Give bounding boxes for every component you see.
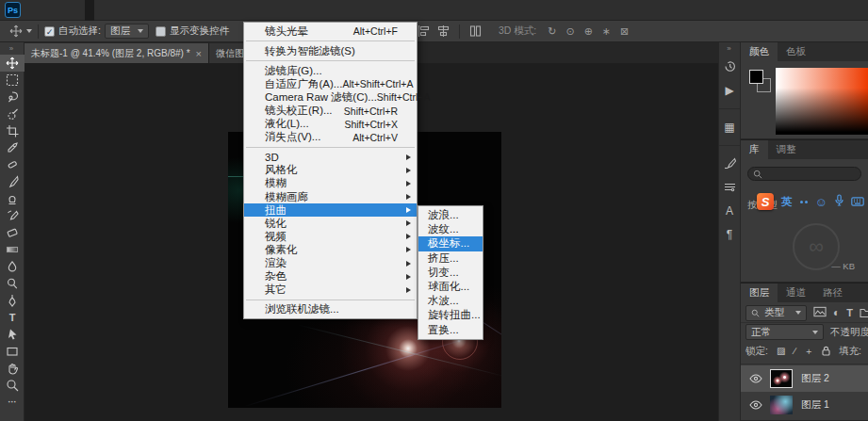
- eyedropper-tool[interactable]: [0, 139, 25, 156]
- submenu-item[interactable]: 球面化...: [418, 280, 483, 294]
- filter-type-icon[interactable]: T: [846, 307, 853, 318]
- lasso-tool[interactable]: [0, 89, 25, 105]
- library-search-box[interactable]: [747, 167, 861, 181]
- 3d-roll-icon[interactable]: ⊙: [565, 25, 574, 38]
- submenu-item[interactable]: 极坐标...: [418, 236, 483, 251]
- 3d-rotate-icon[interactable]: ↻: [548, 25, 556, 38]
- library-search-input[interactable]: [766, 169, 856, 179]
- menubar-item[interactable]: [66, 0, 75, 21]
- brush-tool[interactable]: [0, 173, 25, 190]
- lock-all-icon[interactable]: [822, 346, 830, 358]
- menu-item[interactable]: 转换为智能滤镜(S): [244, 44, 417, 57]
- menubar-item[interactable]: [104, 0, 113, 21]
- menu-item[interactable]: 像素化: [244, 243, 417, 256]
- visibility-eye-icon[interactable]: [749, 374, 762, 383]
- menu-item[interactable]: 模糊: [244, 177, 417, 190]
- tab-layers[interactable]: 图层: [741, 283, 778, 302]
- submenu-item[interactable]: 置换...: [418, 323, 483, 337]
- tab-color[interactable]: 颜色: [741, 42, 778, 61]
- ime-english-mode[interactable]: 英: [781, 195, 793, 209]
- submenu-item[interactable]: 挤压...: [418, 251, 483, 266]
- submenu-item[interactable]: 切变...: [418, 266, 483, 280]
- document-tab-active[interactable]: 未标题-1 @ 41.4% (图层 2, RGB/8#) * ×: [25, 43, 209, 63]
- menu-item[interactable]: 风格化: [244, 164, 417, 177]
- tab-close-icon[interactable]: ×: [196, 48, 202, 59]
- marquee-tool[interactable]: [0, 72, 25, 89]
- menubar-item[interactable]: [113, 0, 123, 21]
- crop-tool[interactable]: [0, 122, 25, 139]
- layer-row-layer1[interactable]: 图层 1: [741, 392, 868, 418]
- foreground-color-swatch[interactable]: [749, 70, 763, 84]
- pen-tool[interactable]: [0, 292, 25, 309]
- menubar-item[interactable]: [38, 0, 47, 21]
- zoom-tool[interactable]: [0, 377, 25, 394]
- menubar-item[interactable]: [85, 0, 94, 21]
- ime-keyboard-icon[interactable]: [851, 193, 864, 210]
- dodge-tool[interactable]: [0, 275, 25, 292]
- menubar-item[interactable]: [75, 0, 85, 21]
- 3d-scale-icon[interactable]: ⊠: [620, 25, 629, 38]
- menu-item[interactable]: 镜头光晕 Alt+Ctrl+F: [244, 24, 417, 38]
- paragraph-panel-icon[interactable]: ¶: [719, 222, 740, 246]
- kind-filter-dropdown[interactable]: 类型: [745, 305, 807, 321]
- clone-source-panel-icon[interactable]: ▦: [719, 115, 740, 138]
- menu-item[interactable]: 自适应广角(A)... Alt+Shift+Ctrl+A: [244, 77, 417, 90]
- auto-select-checkbox[interactable]: ✓: [44, 26, 55, 37]
- menubar-item[interactable]: [123, 0, 132, 21]
- move-tool[interactable]: [0, 55, 25, 72]
- layer-row-layer2[interactable]: 图层 2: [741, 365, 868, 392]
- actions-panel-icon[interactable]: ▶: [719, 78, 740, 102]
- tool-options-caret-icon[interactable]: [26, 29, 32, 33]
- history-panel-icon[interactable]: [719, 55, 740, 78]
- menubar-item[interactable]: [94, 0, 104, 21]
- menubar-item[interactable]: [47, 0, 57, 21]
- hand-tool[interactable]: [0, 360, 25, 377]
- layer-thumbnail[interactable]: [770, 369, 793, 388]
- menu-item[interactable]: 锐化: [244, 217, 417, 230]
- type-tool[interactable]: T: [0, 309, 25, 326]
- menu-item[interactable]: Camera Raw 滤镜(C)... Shift+Ctrl+A: [244, 90, 417, 104]
- character-panel-icon[interactable]: A: [719, 199, 740, 222]
- menu-item[interactable]: 3D: [244, 151, 417, 164]
- menubar-item[interactable]: [28, 0, 38, 21]
- menu-item[interactable]: 扭曲: [244, 203, 417, 217]
- submenu-item[interactable]: 波纹...: [418, 222, 483, 236]
- lock-paint-icon[interactable]: ∕: [794, 347, 795, 356]
- submenu-item[interactable]: 水波...: [418, 294, 483, 308]
- menu-item[interactable]: 镜头校正(R)... Shift+Ctrl+R: [244, 104, 417, 117]
- tab-swatches[interactable]: 色板: [778, 42, 814, 61]
- blur-tool[interactable]: [0, 258, 25, 275]
- menu-item[interactable]: 杂色: [244, 270, 417, 283]
- path-select-tool[interactable]: [0, 326, 25, 343]
- align-left-icon[interactable]: [418, 25, 430, 37]
- blend-mode-dropdown[interactable]: 正常: [745, 324, 824, 340]
- menu-item[interactable]: 其它: [244, 283, 417, 297]
- clone-stamp-tool[interactable]: [0, 190, 25, 207]
- history-brush-tool[interactable]: [0, 207, 25, 224]
- more-tools[interactable]: ···: [0, 394, 25, 411]
- tab-paths[interactable]: 路径: [814, 283, 851, 302]
- eraser-tool[interactable]: [0, 224, 25, 241]
- tab-channels[interactable]: 通道: [778, 283, 814, 302]
- ime-tools-icon[interactable]: [800, 201, 808, 203]
- visibility-eye-icon[interactable]: [749, 400, 762, 410]
- auto-select-target-dropdown[interactable]: 图层: [105, 24, 149, 39]
- 3d-slide-icon[interactable]: ∗: [602, 25, 611, 38]
- 3d-drag-icon[interactable]: ⊕: [584, 25, 593, 38]
- menu-item[interactable]: 视频: [244, 230, 417, 243]
- menu-item[interactable]: 渲染: [244, 257, 417, 270]
- submenu-item[interactable]: 波浪...: [418, 208, 483, 222]
- ime-mic-icon[interactable]: [835, 193, 843, 210]
- menu-item[interactable]: 消失点(V)... Alt+Ctrl+V: [244, 131, 417, 144]
- layer-thumbnail[interactable]: [770, 396, 793, 414]
- tab-adjustments[interactable]: 调整: [768, 140, 805, 159]
- quick-select-tool[interactable]: [0, 105, 25, 122]
- shape-tool[interactable]: [0, 343, 25, 360]
- menu-item[interactable]: 浏览联机滤镜...: [244, 303, 417, 316]
- menu-item[interactable]: 滤镜库(G)...: [244, 64, 417, 77]
- distribute-icon[interactable]: [469, 25, 482, 37]
- tool-presets-panel-icon[interactable]: [719, 175, 740, 199]
- menu-item[interactable]: 模糊画廊: [244, 190, 417, 203]
- brush-settings-panel-icon[interactable]: [719, 152, 740, 175]
- sogou-logo-icon[interactable]: S: [757, 193, 774, 210]
